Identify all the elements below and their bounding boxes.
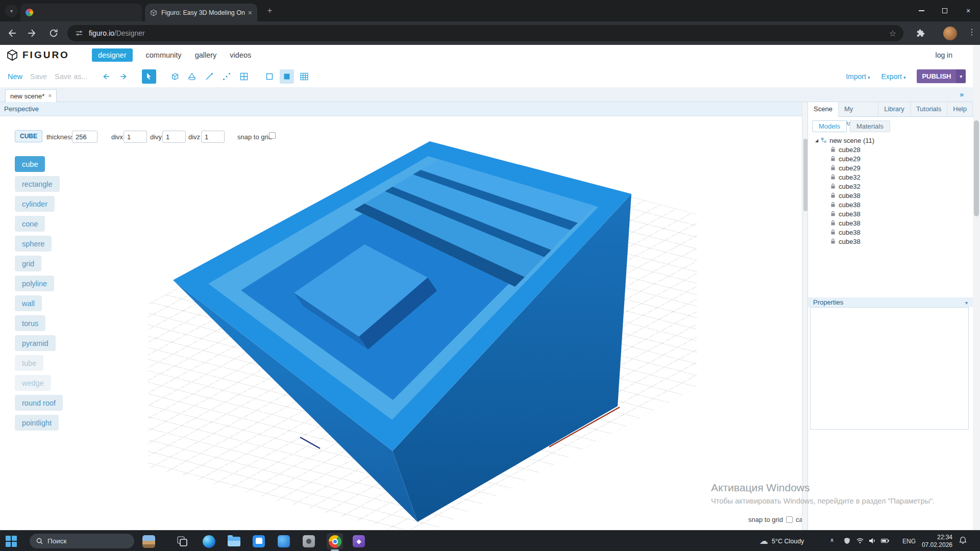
shape-button-cylinder[interactable]: cylinder (15, 196, 55, 212)
shape-button-torus[interactable]: torus (15, 315, 45, 331)
solid-view-icon[interactable] (280, 69, 294, 84)
app-gray-icon[interactable] (302, 534, 316, 548)
app-purple-icon[interactable]: ◆ (352, 534, 366, 548)
shape-button-cone[interactable]: cone (15, 216, 45, 232)
file-explorer-icon[interactable] (227, 534, 241, 548)
properties-collapse-icon[interactable]: ▾ (965, 298, 968, 308)
line-tool-icon[interactable] (202, 69, 216, 84)
select-tool-icon[interactable] (142, 69, 156, 84)
subtab-materials[interactable]: Materials (850, 120, 890, 132)
forward-button[interactable] (27, 28, 38, 39)
page-scrollbar[interactable] (973, 45, 980, 530)
textured-view-icon[interactable] (297, 69, 311, 84)
snap-to-grid-checkbox[interactable] (269, 132, 276, 139)
publish-caret-icon[interactable]: ▾ (956, 69, 966, 83)
tab-library[interactable]: Library (878, 102, 911, 116)
shield-icon[interactable] (843, 537, 851, 545)
scene-tab[interactable]: new scene* × (5, 89, 57, 102)
tree-item[interactable]: cube29 (808, 163, 973, 172)
save-button[interactable]: Save (30, 72, 47, 81)
battery-icon[interactable] (880, 537, 890, 545)
nav-gallery[interactable]: gallery (195, 51, 217, 59)
tree-item[interactable]: cube38 (808, 218, 973, 228)
tab-close-icon[interactable]: × (248, 9, 252, 16)
tab-my-assets[interactable]: My Assets (839, 102, 878, 116)
bookmark-star-icon[interactable]: ☆ (889, 29, 896, 38)
tab-tutorials[interactable]: Tutorials (911, 102, 947, 116)
tree-item[interactable]: cube32 (808, 182, 973, 191)
publish-button[interactable]: PUBLISH ▾ (917, 69, 966, 83)
page-scrollbar-thumb[interactable] (974, 120, 979, 216)
export-button[interactable]: Export▾ (881, 72, 905, 81)
tree-item[interactable]: cube38 (808, 228, 973, 237)
wifi-icon[interactable] (856, 537, 864, 545)
polyline-tool-icon[interactable] (219, 69, 234, 84)
browser-tab-1[interactable] (20, 4, 142, 21)
profile-avatar[interactable] (943, 27, 957, 40)
volume-icon[interactable] (868, 537, 876, 545)
properties-header[interactable]: Properties ▾ (808, 297, 973, 307)
divz-input[interactable] (201, 131, 225, 143)
panel-scrollbar-thumb[interactable] (803, 139, 807, 211)
expander-icon[interactable]: ◢ (815, 138, 818, 143)
tab-scene[interactable]: Scene (808, 102, 839, 117)
tree-item[interactable]: cube32 (808, 172, 973, 182)
extensions-icon[interactable] (916, 28, 927, 39)
tree-item[interactable]: cube28 (808, 145, 973, 154)
shape-button-sphere[interactable]: sphere (15, 236, 52, 252)
tree-item[interactable]: cube38 (808, 237, 973, 246)
shape-button-pyramid[interactable]: pyramid (15, 335, 56, 351)
viewport-3d[interactable]: CUBE thickness divx divy divz snap to gr… (0, 116, 802, 530)
tree-item[interactable]: cube38 (808, 200, 973, 209)
tree-item[interactable]: cube29 (808, 154, 973, 163)
nav-designer[interactable]: designer (92, 48, 133, 62)
browser-tab-figuro[interactable]: Figuro: Easy 3D Modeling Onli × (145, 4, 257, 21)
new-button[interactable]: New (8, 72, 22, 81)
reload-button[interactable] (48, 28, 59, 39)
import-button[interactable]: Import▾ (846, 72, 870, 81)
figuro-logo[interactable]: FIGURO (6, 49, 69, 61)
shape-button-tube[interactable]: tube (15, 355, 43, 371)
taskbar-weather[interactable]: ☁ 5°C Cloudy (760, 531, 804, 551)
tab-help[interactable]: Help (947, 102, 973, 116)
login-link[interactable]: log in (936, 51, 952, 59)
shape-button-wall[interactable]: wall (15, 295, 42, 311)
browser-menu-icon[interactable]: ⋮ (968, 27, 976, 37)
hidden-icons-chevron[interactable]: ∧ (830, 537, 834, 543)
nav-videos[interactable]: videos (230, 51, 251, 59)
task-view-button[interactable] (175, 534, 189, 548)
save-as-button[interactable]: Save as... (55, 72, 87, 81)
grid-tool-icon[interactable] (237, 69, 251, 84)
scene-tab-close-icon[interactable]: × (48, 92, 52, 99)
edge-icon[interactable] (202, 534, 216, 548)
nav-community[interactable]: community (146, 51, 182, 59)
shape-button-round-roof[interactable]: round roof (15, 395, 63, 411)
shape-button-grid[interactable]: grid (15, 256, 41, 271)
wireframe-view-icon[interactable] (262, 69, 277, 84)
maximize-button[interactable] (933, 0, 957, 21)
redo-icon[interactable] (116, 69, 131, 84)
minimize-button[interactable] (910, 0, 933, 21)
thickness-input[interactable] (72, 131, 97, 143)
cube-tool-icon[interactable] (167, 69, 182, 84)
store-icon[interactable] (252, 534, 266, 548)
shape-button-cube[interactable]: cube (15, 156, 45, 172)
undo-icon[interactable] (99, 69, 113, 84)
taskbar-search[interactable]: Поиск (30, 534, 134, 548)
app-blue-icon[interactable] (277, 534, 291, 548)
tree-item[interactable]: cube38 (808, 191, 973, 200)
panel-scrollbar[interactable] (802, 102, 808, 530)
subtab-models[interactable]: Models (812, 120, 847, 132)
viewport-mode-label[interactable]: Perspective (0, 102, 802, 116)
tree-root[interactable]: ◢ new scene (11) (808, 136, 973, 145)
tab-search-button[interactable]: ▾ (5, 5, 18, 17)
shape-button-pointlight[interactable]: pointlight (15, 415, 59, 431)
chrome-taskbar-icon[interactable] (327, 533, 343, 549)
language-indicator[interactable]: ENG (902, 538, 916, 545)
viewport-snap-checkbox[interactable] (786, 516, 793, 523)
shape-button-rectangle[interactable]: rectangle (15, 176, 60, 192)
shape-button-wedge[interactable]: wedge (15, 375, 51, 391)
tree-item[interactable]: cube38 (808, 209, 973, 218)
start-button[interactable] (4, 534, 18, 548)
close-window-button[interactable]: × (957, 0, 980, 21)
